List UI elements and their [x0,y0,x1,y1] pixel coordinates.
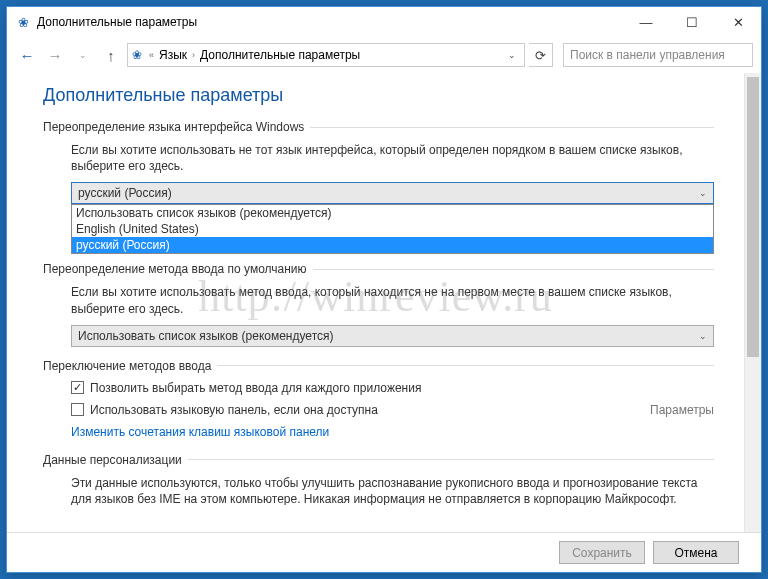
group-title: Данные персонализации [43,453,182,467]
select-value: Использовать список языков (рекомендуетс… [78,329,334,343]
group-description: Эти данные используются, только чтобы ул… [71,475,714,505]
group-input-method: Переопределение метода ввода по умолчани… [43,262,714,346]
scrollbar-thumb[interactable] [747,77,759,357]
dropdown-option[interactable]: русский (Россия) [72,237,713,253]
divider [313,269,714,270]
search-placeholder: Поиск в панели управления [570,48,725,62]
group-title: Переопределение метода ввода по умолчани… [43,262,307,276]
group-display-language: Переопределение языка интерфейса Windows… [43,120,714,204]
divider [217,365,714,366]
dropdown-option[interactable]: Использовать список языков (рекомендуетс… [72,205,713,221]
button-bar: Сохранить Отмена [7,532,761,572]
vertical-scrollbar[interactable] [744,73,761,532]
language-icon: ❀ [132,48,142,62]
display-language-select[interactable]: русский (Россия) ⌄ Использовать список я… [71,182,714,204]
minimize-button[interactable]: — [623,7,669,37]
group-title: Переключение методов ввода [43,359,211,373]
group-description: Если вы хотите использовать не тот язык … [71,142,714,174]
divider [188,459,714,460]
window-controls: — ☐ ✕ [623,7,761,37]
content-pane: http://winreview.ru Дополнительные парам… [7,73,744,532]
hotkeys-link[interactable]: Изменить сочетания клавиш языковой панел… [71,425,714,439]
navbar: ← → ⌄ ↑ ❀ « Язык › Дополнительные параме… [7,37,761,73]
language-bar-checkbox[interactable] [71,403,84,416]
group-personalization: Данные персонализации Эти данные использ… [43,453,714,505]
breadcrumb-item[interactable]: Язык [159,48,187,62]
nav-recent-chevron-icon[interactable]: ⌄ [71,43,95,67]
titlebar: ❀ Дополнительные параметры — ☐ ✕ [7,7,761,37]
display-language-dropdown: Использовать список языков (рекомендуетс… [71,204,714,254]
chevron-down-icon[interactable]: ⌄ [508,50,516,60]
close-button[interactable]: ✕ [715,7,761,37]
cancel-button[interactable]: Отмена [653,541,739,564]
nav-forward-button[interactable]: → [43,43,67,67]
language-icon: ❀ [15,14,31,30]
window-title: Дополнительные параметры [37,15,623,29]
breadcrumb-item[interactable]: Дополнительные параметры [200,48,360,62]
group-description: Если вы хотите использовать метод ввода,… [71,284,714,316]
chevron-down-icon: ⌄ [699,188,707,198]
select-value: русский (Россия) [78,186,172,200]
per-app-input-checkbox[interactable] [71,381,84,394]
chevron-down-icon: ⌄ [699,331,707,341]
breadcrumb[interactable]: ❀ « Язык › Дополнительные параметры ⌄ [127,43,525,67]
checkbox-label: Позволить выбирать метод ввода для каждо… [90,381,421,395]
dropdown-option[interactable]: English (United States) [72,221,713,237]
group-title: Переопределение языка интерфейса Windows [43,120,304,134]
nav-back-button[interactable]: ← [15,43,39,67]
save-button[interactable]: Сохранить [559,541,645,564]
search-input[interactable]: Поиск в панели управления [563,43,753,67]
checkbox-label: Использовать языковую панель, если она д… [90,403,378,417]
maximize-button[interactable]: ☐ [669,7,715,37]
breadcrumb-root-chevron-icon: « [146,50,157,60]
input-method-select[interactable]: Использовать список языков (рекомендуетс… [71,325,714,347]
divider [310,127,714,128]
chevron-right-icon: › [189,50,198,60]
page-title: Дополнительные параметры [43,85,714,106]
group-switch-input: Переключение методов ввода Позволить выб… [43,359,714,439]
refresh-button[interactable]: ⟳ [529,43,553,67]
nav-up-button[interactable]: ↑ [99,43,123,67]
window: ❀ Дополнительные параметры — ☐ ✕ ← → ⌄ ↑… [6,6,762,573]
language-bar-params-link[interactable]: Параметры [650,403,714,417]
